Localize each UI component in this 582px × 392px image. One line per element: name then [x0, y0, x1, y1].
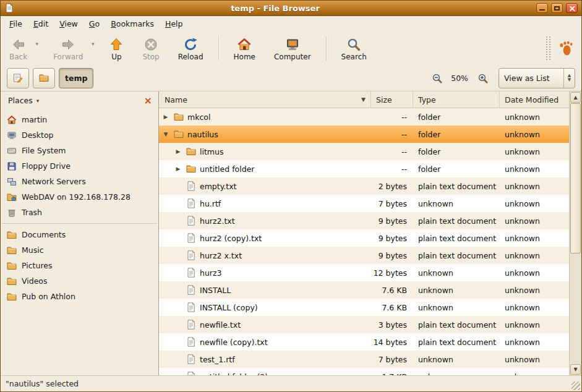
- file-row-untitled-folder[interactable]: ▶untitled folder--folderunknown: [159, 160, 569, 177]
- menu-view[interactable]: View: [54, 18, 83, 30]
- file-row-empty-txt[interactable]: empty.txt2 bytesplain text documentunkno…: [159, 177, 569, 195]
- zoom-in-button[interactable]: [475, 70, 490, 85]
- file-row-hu-rtf[interactable]: hu.rtf7 bytesunknownunknown: [159, 195, 569, 212]
- place-webdav-on-192-168-178-28[interactable]: WebDAV on 192.168.178.28: [1, 189, 158, 205]
- file-row-install-copy[interactable]: INSTALL (copy)7.6 KBunknownunknown: [159, 299, 569, 316]
- file-list: Name ▼ Size Type Date Modified ▶mkcol--f…: [159, 92, 581, 375]
- path-button-temp[interactable]: temp: [59, 68, 93, 88]
- file-row-litmus[interactable]: ▶litmus--folderunknown: [159, 143, 569, 160]
- reload-button[interactable]: Reload: [173, 35, 208, 62]
- file-row-untitled-folder-2[interactable]: untitled folder (2)1.7 KBunknownunknown: [159, 368, 569, 375]
- place-file-system[interactable]: File System: [1, 143, 158, 158]
- expander-collapsed-icon[interactable]: ▶: [174, 166, 182, 172]
- scroll-thumb[interactable]: [570, 103, 581, 254]
- text-file-icon: [186, 285, 196, 295]
- up-arrow-icon: [109, 37, 124, 52]
- scroll-down-button[interactable]: ▼: [570, 364, 581, 375]
- titlebar[interactable]: temp - File Browser: [1, 1, 581, 16]
- folder-icon: [186, 147, 196, 156]
- close-button[interactable]: [566, 3, 578, 13]
- file-date-modified: unknown: [500, 338, 569, 347]
- location-bar: temp 50% View as List ▲▼: [1, 65, 581, 92]
- folder-icon: [7, 230, 17, 240]
- file-row-nautilus[interactable]: ▼nautilus--folderunknown: [159, 126, 569, 143]
- computer-button[interactable]: Computer: [269, 35, 316, 62]
- place-martin[interactable]: martin: [1, 112, 158, 127]
- file-row-newfile-txt[interactable]: newfile.txt3 bytesplain text documentunk…: [159, 316, 569, 333]
- home-button[interactable]: Home: [229, 35, 260, 62]
- sidebar-close-button[interactable]: ×: [142, 96, 154, 105]
- text-file-icon: [186, 216, 196, 226]
- toggle-location-entry-button[interactable]: [7, 68, 29, 88]
- place-pub-on-athlon[interactable]: Pub on Athlon: [1, 289, 158, 304]
- file-name: test_1.rtf: [200, 355, 235, 364]
- column-header-size[interactable]: Size: [371, 92, 413, 108]
- file-row-hurz2-x-txt[interactable]: hurz2 x.txt9 bytesplain text documentunk…: [159, 247, 569, 264]
- expander-expanded-icon[interactable]: ▼: [161, 131, 170, 137]
- file-row-hurz2-copy-txt[interactable]: hurz2 (copy).txt9 bytesplain text docume…: [159, 229, 569, 247]
- file-type: folder: [413, 113, 500, 122]
- file-row-mkcol[interactable]: ▶mkcol--folderunknown: [159, 108, 569, 126]
- zoom-out-button[interactable]: [429, 70, 444, 85]
- combo-spinner-icon[interactable]: ▲▼: [563, 69, 575, 88]
- place-trash[interactable]: Trash: [1, 205, 158, 220]
- file-size: 2 bytes: [371, 182, 413, 191]
- file-row-install[interactable]: INSTALL7.6 KBunknownunknown: [159, 281, 569, 299]
- file-date-modified: unknown: [500, 164, 569, 174]
- scroll-up-button[interactable]: ▲: [570, 92, 581, 103]
- folder-icon: [39, 73, 49, 83]
- filesystem-icon: [7, 146, 17, 156]
- place-floppy-drive[interactable]: Floppy Drive: [1, 158, 158, 174]
- file-row-hurz2-txt[interactable]: hurz2.txt9 bytesplain text documentunkno…: [159, 212, 569, 229]
- place-desktop[interactable]: Desktop: [1, 127, 158, 143]
- menu-file[interactable]: File: [4, 18, 27, 30]
- place-videos[interactable]: Videos: [1, 273, 158, 289]
- place-pictures[interactable]: Pictures: [1, 258, 158, 273]
- places-selector[interactable]: Places ▾: [7, 95, 43, 106]
- column-header-date-modified[interactable]: Date Modified: [500, 92, 569, 108]
- scroll-track[interactable]: [570, 103, 581, 364]
- file-name: hu.rtf: [200, 199, 221, 208]
- zoom-out-icon: [432, 73, 442, 83]
- file-name: hurz3: [200, 268, 222, 278]
- maximize-button[interactable]: [551, 3, 563, 13]
- place-documents[interactable]: Documents: [1, 227, 158, 242]
- file-row-hurz3[interactable]: hurz312 bytesunknownunknown: [159, 264, 569, 281]
- search-button[interactable]: Search: [336, 35, 372, 62]
- zoom-level: 50%: [451, 74, 468, 83]
- menu-bookmarks[interactable]: Bookmarks: [106, 18, 159, 30]
- toolbar: Back▾Forward▾UpStopReloadHomeComputerSea…: [1, 32, 581, 65]
- up-button[interactable]: Up: [104, 35, 129, 62]
- menu-edit[interactable]: Edit: [28, 18, 53, 30]
- statusbar: "nautilus" selected: [1, 375, 581, 391]
- menu-go[interactable]: Go: [84, 18, 105, 30]
- forward-arrow-icon: [61, 37, 75, 52]
- text-file-icon: [186, 268, 196, 278]
- expander-collapsed-icon[interactable]: ▶: [174, 148, 182, 155]
- dropdown-arrow-icon[interactable]: ▾: [92, 41, 95, 47]
- expander-collapsed-icon[interactable]: ▶: [161, 114, 170, 120]
- file-row-test-1-rtf[interactable]: test_1.rtf7 bytesunknownunknown: [159, 351, 569, 368]
- floppy-icon: [7, 161, 17, 171]
- status-text: "nautilus" selected: [6, 379, 79, 388]
- file-name: litmus: [200, 147, 223, 156]
- view-selector[interactable]: View as List ▲▼: [499, 68, 575, 88]
- toolbar-grip[interactable]: [546, 36, 550, 60]
- place-music[interactable]: Music: [1, 242, 158, 258]
- network-icon: [7, 177, 17, 187]
- menu-help[interactable]: Help: [160, 18, 188, 30]
- resize-grip[interactable]: [571, 381, 580, 390]
- place-network-servers[interactable]: Network Servers: [1, 174, 158, 189]
- window-title: temp - File Browser: [18, 4, 533, 13]
- minimize-button[interactable]: [536, 3, 548, 13]
- places-separator: [2, 223, 157, 224]
- vertical-scrollbar[interactable]: ▲ ▼: [569, 92, 581, 375]
- text-file-icon: [186, 320, 196, 330]
- root-folder-button[interactable]: [33, 68, 55, 88]
- dropdown-arrow-icon[interactable]: ▾: [36, 41, 39, 47]
- column-header-name[interactable]: Name ▼: [159, 92, 371, 108]
- file-name: mkcol: [187, 113, 210, 122]
- file-row-newfile-copy-txt[interactable]: newfile (copy).txt14 bytesplain text doc…: [159, 333, 569, 351]
- file-size: --: [371, 164, 413, 174]
- column-header-type[interactable]: Type: [413, 92, 500, 108]
